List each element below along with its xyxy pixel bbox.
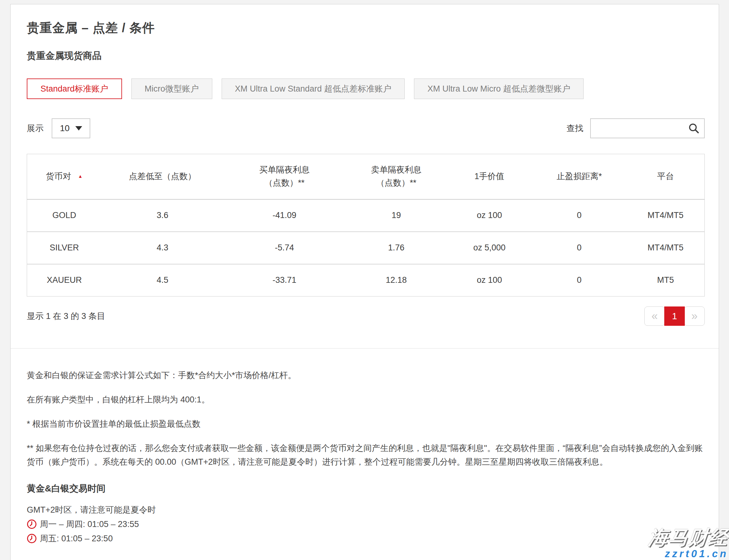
timezone-note: GMT+2时区，请注意可能是夏令时: [27, 504, 705, 515]
column-header-swap-long[interactable]: 买单隔夜利息 （点数）**: [224, 154, 346, 199]
search-icon: [688, 123, 700, 135]
page-title: 贵重金属 – 点差 / 条件: [27, 19, 705, 36]
search-label: 查找: [566, 123, 583, 134]
tab-standard-account[interactable]: Standard标准账户: [27, 78, 122, 99]
cell-lot-value: oz 100: [447, 199, 532, 232]
cell-symbol: XAUEUR: [27, 264, 102, 297]
content-card: 贵重金属 – 点差 / 条件 贵重金属现货商品 Standard标准账户 Mic…: [10, 4, 719, 560]
table-row-silver: SILVER 4.3 -5.74 1.76 oz 5,000 0 MT4/MT5: [27, 232, 705, 264]
cell-symbol: GOLD: [27, 199, 102, 232]
column-header-symbol[interactable]: 货币对▲: [27, 154, 102, 199]
clock-icon: [27, 519, 37, 529]
show-label: 展示: [27, 123, 44, 134]
stop-level-note: * 根据当前市价设置挂单的最低止损盈最低点数: [27, 417, 705, 431]
notes-section: 黄金和白银的保证金需求计算公式如下：手数*合约大小*市场价格/杠杆。 在所有账户…: [27, 368, 705, 469]
cell-swap-short: 12.18: [346, 264, 447, 297]
pagination-next-button[interactable]: »: [684, 306, 705, 326]
margin-formula-note: 黄金和白银的保证金需求计算公式如下：手数*合约大小*市场价格/杠杆。: [27, 368, 705, 382]
cell-lot-value: oz 5,000: [447, 232, 532, 264]
caret-down-icon: [75, 126, 82, 131]
cell-stop-level: 0: [532, 232, 627, 264]
cell-swap-long: -41.09: [224, 199, 346, 232]
column-header-lot-value[interactable]: 1手价值: [447, 154, 532, 199]
page-subtitle: 贵重金属现货商品: [27, 50, 705, 62]
hours-mon-thu-text: 周一 – 周四: 01:05 – 23:55: [40, 519, 139, 530]
cell-swap-short: 1.76: [346, 232, 447, 264]
hours-mon-thu: 周一 – 周四: 01:05 – 23:55: [27, 519, 705, 530]
column-header-symbol-label: 货币对: [46, 172, 71, 181]
table-row-xaueur: XAUEUR 4.5 -33.71 12.18 oz 100 0 MT5: [27, 264, 705, 297]
cell-platform: MT4/MT5: [627, 199, 704, 232]
cell-spread: 4.3: [102, 232, 224, 264]
tab-micro-account[interactable]: Micro微型账户: [131, 78, 212, 99]
tab-ultra-low-standard-account[interactable]: XM Ultra Low Standard 超低点差标准账户: [222, 78, 405, 99]
account-type-tabs: Standard标准账户 Micro微型账户 XM Ultra Low Stan…: [27, 78, 705, 99]
section-divider: [11, 348, 719, 349]
cell-spread: 4.5: [102, 264, 224, 297]
page-size-value: 10: [60, 123, 69, 133]
results-summary: 显示 1 在 3 的 3 条目: [27, 311, 105, 322]
table-footer: 显示 1 在 3 的 3 条目 « 1 »: [27, 306, 705, 326]
swap-note: ** 如果您有仓位持仓过夜的话，那么您会支付或者获取一些金额，该金额便是两个货币…: [27, 441, 705, 469]
search-group: 查找: [566, 118, 705, 138]
page-size-group: 展示 10: [27, 118, 90, 138]
table-header-row: 货币对▲ 点差低至（点数） 买单隔夜利息 （点数）** 卖单隔夜利息 （点数）*…: [27, 154, 705, 199]
column-header-swap-short[interactable]: 卖单隔夜利息 （点数）**: [346, 154, 447, 199]
trading-hours-heading: 黄金&白银交易时间: [27, 482, 705, 495]
hours-friday: 周五: 01:05 – 23:50: [27, 533, 705, 544]
cell-stop-level: 0: [532, 199, 627, 232]
pagination-page-1-button[interactable]: 1: [664, 306, 685, 326]
cell-platform: MT4/MT5: [627, 232, 704, 264]
column-header-platform[interactable]: 平台: [627, 154, 704, 199]
cell-swap-short: 19: [346, 199, 447, 232]
column-header-spread[interactable]: 点差低至（点数）: [102, 154, 224, 199]
column-header-stop-level[interactable]: 止盈损距离*: [532, 154, 627, 199]
cell-swap-long: -5.74: [224, 232, 346, 264]
tab-ultra-low-micro-account[interactable]: XM Ultra Low Micro 超低点差微型账户: [414, 78, 584, 99]
pagination-prev-button[interactable]: «: [644, 306, 665, 326]
leverage-note: 在所有账户类型中，白银的杠杆上限均为 400:1。: [27, 393, 705, 406]
pagination: « 1 »: [644, 306, 705, 326]
cell-platform: MT5: [627, 264, 704, 297]
cell-spread: 3.6: [102, 199, 224, 232]
clock-icon: [27, 534, 37, 543]
search-input[interactable]: [591, 119, 704, 138]
page-size-select[interactable]: 10: [52, 118, 90, 138]
cell-symbol: SILVER: [27, 232, 102, 264]
search-box: [590, 118, 705, 138]
cell-swap-long: -33.71: [224, 264, 346, 297]
cell-stop-level: 0: [532, 264, 627, 297]
table-controls: 展示 10 查找: [27, 118, 705, 138]
sort-asc-icon: ▲: [78, 173, 83, 180]
hours-friday-text: 周五: 01:05 – 23:50: [40, 533, 113, 544]
cell-lot-value: oz 100: [447, 264, 532, 297]
spreads-table: 货币对▲ 点差低至（点数） 买单隔夜利息 （点数）** 卖单隔夜利息 （点数）*…: [27, 154, 705, 297]
table-row-gold: GOLD 3.6 -41.09 19 oz 100 0 MT4/MT5: [27, 199, 705, 232]
